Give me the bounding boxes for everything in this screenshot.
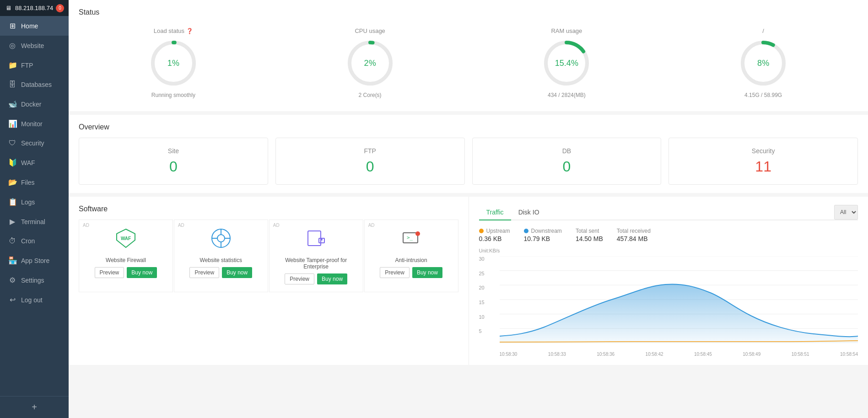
overview-section: Overview Site 0 FTP 0 DB 0 Security 11 [69,115,868,193]
status-card-0: Load status❓ 1% Running smoothly [79,23,268,103]
sidebar-label: Logs [21,198,35,206]
preview-button-0[interactable]: Preview [95,267,124,278]
status-card-3: / 8% 4.15G / 58.99G [669,23,858,103]
x-label: 10:58:49 [743,352,760,357]
traffic-stat-0: Upstream 0.36 KB [479,228,510,242]
sidebar-icon: 📂 [8,178,16,187]
sidebar-icon: 🏪 [8,256,16,265]
sidebar-item-log-out[interactable]: ↩Log out [0,290,69,310]
stat-value-3: 457.84 MB [617,235,651,242]
sidebar-item-files[interactable]: 📂Files [0,172,69,192]
y-label: 20 [479,285,485,290]
sidebar-icon: ⚙ [8,276,16,284]
sidebar-header: 🖥 88.218.188.74 0 [0,0,69,16]
y-label: 5 [479,328,485,334]
traffic-tabs: TrafficDisk IOAll [479,205,858,220]
traffic-stat-3: Total received 457.84 MB [617,228,651,242]
overview-label-2: DB [562,147,571,155]
sidebar-label: Cron [21,237,35,245]
sidebar-item-terminal[interactable]: ▶Terminal [0,212,69,231]
sidebar-item-monitor[interactable]: 📊Monitor [0,114,69,134]
waf-icon: WAF [115,227,137,249]
sidebar-label: Databases [21,81,52,88]
sidebar-item-settings[interactable]: ⚙Settings [0,270,69,290]
sidebar-nav: ⊞Home◎Website📁FTP🗄Databases🐋Docker📊Monit… [0,16,69,396]
overview-card-site[interactable]: Site 0 [79,138,268,185]
status-sublabel-3: 4.15G / 58.99G [744,92,782,98]
software-grid: AD WAF Website Firewall Preview Buy now … [79,220,458,292]
sidebar-label: Files [21,179,35,186]
status-grid: Load status❓ 1% Running smoothly CPU usa… [79,23,858,103]
software-icon-1 [210,227,232,253]
stat-dot-1 [524,229,528,233]
preview-button-2[interactable]: Preview [285,273,314,284]
chart-y-labels: 30252015105 [479,256,488,343]
software-name-1: Website statistics [200,257,242,263]
buy-button-3[interactable]: Buy now [412,267,442,278]
sidebar-item-cron[interactable]: ⏱Cron [0,231,69,251]
chart-x-labels: 10:58:3010:58:3310:58:3610:58:4210:58:45… [500,352,858,357]
sidebar-badge: 0 [56,4,64,12]
sidebar-item-docker[interactable]: 🐋Docker [0,94,69,114]
sidebar-label: WAF [21,159,35,166]
preview-button-1[interactable]: Preview [189,267,219,278]
svg-point-11 [217,235,225,242]
sidebar-item-ftp[interactable]: 📁FTP [0,55,69,75]
buy-button-0[interactable]: Buy now [127,267,157,278]
sidebar-icon: 📊 [8,119,16,128]
sidebar-item-security[interactable]: 🛡Security [0,134,69,153]
ad-badge-1: AD [178,223,184,228]
sidebar-icon: 🗄 [8,80,16,89]
y-label: 10 [479,314,485,320]
sidebar-icon: ↩ [8,295,16,304]
sidebar-item-logs[interactable]: 📋Logs [0,192,69,212]
buy-button-2[interactable]: Buy now [317,273,347,284]
y-label: 30 [479,256,485,262]
bottom-grid: Software AD WAF Website Firewall Preview… [69,197,868,365]
status-sublabel-2: 434 / 2824(MB) [548,92,586,98]
sidebar-item-website[interactable]: ◎Website [0,36,69,55]
svg-text:WAF: WAF [121,236,131,241]
sidebar-label: App Store [21,257,49,264]
sidebar-add-button[interactable]: + [0,396,69,418]
traffic-section: TrafficDisk IOAll Upstream 0.36 KB Downs… [469,197,868,365]
sidebar-icon: 📁 [8,61,16,70]
y-label: 15 [479,300,485,305]
chart-container: 30252015105 [479,256,858,357]
traffic-tab-traffic[interactable]: Traffic [479,205,511,220]
x-label: 10:58:42 [646,352,663,357]
ad-badge-0: AD [83,223,89,228]
sidebar: 🖥 88.218.188.74 0 ⊞Home◎Website📁FTP🗄Data… [0,0,69,418]
overview-card-ftp[interactable]: FTP 0 [275,138,465,185]
x-label: 10:58:45 [694,352,712,357]
sidebar-item-home[interactable]: ⊞Home [0,16,69,36]
sidebar-item-databases[interactable]: 🗄Databases [0,75,69,94]
sidebar-icon: ◎ [8,41,16,50]
software-section: Software AD WAF Website Firewall Preview… [69,197,469,365]
software-item-1: AD Website statistics Preview Buy now [174,220,268,292]
software-item-3: AD >_ Anti-intrusion Preview Buy now [364,220,458,292]
traffic-select[interactable]: All [834,205,858,220]
sidebar-item-app-store[interactable]: 🏪App Store [0,251,69,270]
x-label: 10:58:36 [597,352,615,357]
sidebar-label: Docker [21,101,41,108]
overview-label-0: Site [168,147,179,155]
buy-button-1[interactable]: Buy now [222,267,252,278]
traffic-tab-disk-io[interactable]: Disk IO [511,205,547,220]
sidebar-item-waf[interactable]: 🔰WAF [0,153,69,172]
help-icon[interactable]: ❓ [186,28,193,34]
stat-label-2: Total sent [576,228,603,234]
svg-text:>_: >_ [407,235,413,241]
x-label: 10:58:54 [840,352,858,357]
software-buttons-3: Preview Buy now [380,267,442,278]
status-card-1: CPU usage 2% 2 Core(s) [275,23,465,103]
preview-button-3[interactable]: Preview [380,267,410,278]
overview-card-security[interactable]: Security 11 [669,138,858,185]
overview-card-db[interactable]: DB 0 [472,138,662,185]
status-card-label-2: RAM usage [551,27,582,34]
sidebar-ip: 88.218.188.74 [15,5,53,11]
traffic-stat-1: Downstream 10.79 KB [524,228,562,242]
sidebar-label: Log out [21,296,43,304]
gauge-container-1: 2% [345,38,395,88]
server-icon: 🖥 [5,5,11,11]
